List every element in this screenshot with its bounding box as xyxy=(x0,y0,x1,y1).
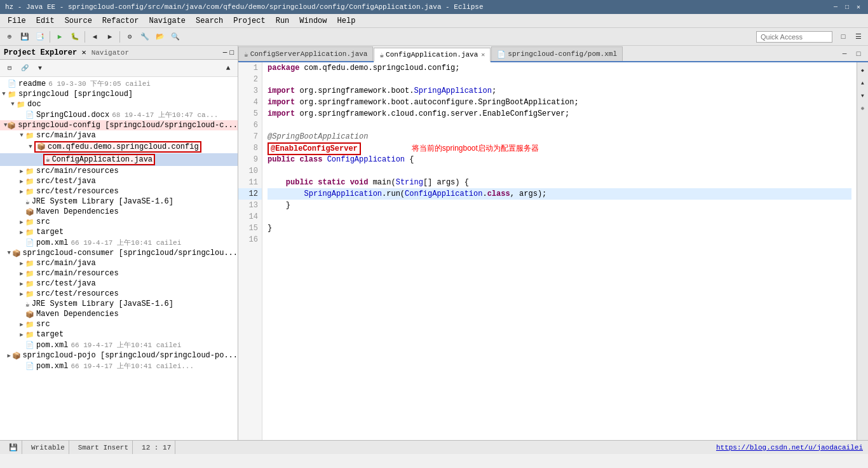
expand-arrow[interactable]: ▶ xyxy=(18,280,25,287)
toolbar-view-1[interactable]: □ xyxy=(836,30,850,44)
menu-source[interactable]: Source xyxy=(60,15,97,27)
expand-arrow[interactable]: ▶ xyxy=(18,219,25,226)
expand-arrow[interactable]: ▼ xyxy=(0,91,8,97)
toolbar-btn-1[interactable]: ⚙ xyxy=(123,30,137,44)
tab-maximize[interactable]: □ xyxy=(851,47,865,61)
menu-run[interactable]: Run xyxy=(271,15,295,27)
prev-button[interactable]: ◀ xyxy=(88,30,102,44)
tree-item-ConfigApplication[interactable]: ☕ConfigApplication.java xyxy=(0,153,238,166)
tree-item-jre-system[interactable]: ☕JRE System Library [JavaSE-1.6] xyxy=(0,196,238,207)
close-button[interactable]: ✕ xyxy=(854,3,863,11)
rt-btn-2[interactable]: ▲ xyxy=(858,78,868,88)
tree-item-src-main-java[interactable]: ▼📁src/main/java xyxy=(0,130,238,141)
expand-arrow[interactable]: ▶ xyxy=(18,260,25,267)
tree-item-label: src/test/java xyxy=(36,177,96,186)
expand-arrow[interactable]: ▶ xyxy=(18,178,25,185)
tree-item-readme[interactable]: 📄readme6 19-3-30 下午9:05 cailei xyxy=(0,78,238,89)
menu-navigate[interactable]: Navigate xyxy=(144,15,191,27)
tab-minimize[interactable]: ─ xyxy=(837,47,851,61)
rt-btn-3[interactable]: ▼ xyxy=(858,90,868,100)
tree-item-springcloud-consumer[interactable]: ▼📦springcloud-consumer [springcloud/spri… xyxy=(0,248,238,258)
expand-arrow[interactable]: ▼ xyxy=(27,144,34,150)
tree-item-src-main-res-2[interactable]: ▶📁src/main/resources xyxy=(0,268,238,279)
tree-item-src-test-java[interactable]: ▶📁src/test/java xyxy=(0,176,238,186)
expand-arrow[interactable]: ▼ xyxy=(6,250,12,256)
run-button[interactable]: ▶ xyxy=(53,30,67,44)
menu-window[interactable]: Window xyxy=(294,15,332,27)
quick-access-input[interactable] xyxy=(756,31,832,43)
tree-item-springcloud-config[interactable]: ▼📦springcloud-config [springcloud/spring… xyxy=(0,120,238,130)
expand-arrow[interactable]: ▶ xyxy=(18,321,25,328)
expand-arrow[interactable]: ▶ xyxy=(18,188,25,195)
save-all-button[interactable]: 📑 xyxy=(33,30,47,44)
tree-item-maven-deps-2[interactable]: 📦Maven Dependencies xyxy=(0,309,238,319)
expand-arrow[interactable]: ▶ xyxy=(6,352,12,359)
tab-pom-xml[interactable]: 📄 springcloud-config/pom.xml xyxy=(491,46,623,61)
toolbar-btn-2[interactable]: 🔧 xyxy=(138,30,152,44)
collapse-all-btn[interactable]: ⊟ xyxy=(3,61,17,75)
tree-item-doc[interactable]: ▼📁doc xyxy=(0,99,238,109)
expand-arrow[interactable]: ▼ xyxy=(18,132,25,139)
debug-button[interactable]: 🐛 xyxy=(68,30,82,44)
tree-item-jre-system-2[interactable]: ☕JRE System Library [JavaSE-1.6] xyxy=(0,299,238,309)
tree-item-src-2[interactable]: ▶📁src xyxy=(0,319,238,329)
tree-item-src-test-resources[interactable]: ▶📁src/test/resources xyxy=(0,186,238,196)
explorer-maximize[interactable]: □ xyxy=(229,49,234,57)
tree-item-springcloud-pojo[interactable]: ▶📦springcloud-pojo [springcloud/springcl… xyxy=(0,350,238,361)
next-button[interactable]: ▶ xyxy=(103,30,117,44)
tree-item-springcloud[interactable]: ▼📁springcloud [springcloud] xyxy=(0,89,238,99)
tree-item-pom-xml-2[interactable]: 📄pom.xml66 19-4-17 上午10:41 cailei xyxy=(0,340,238,350)
explorer-minimize[interactable]: ─ xyxy=(223,49,227,57)
menu-project[interactable]: Project xyxy=(228,15,270,27)
explorer-menu-btn[interactable]: ▼ xyxy=(33,61,47,75)
line-num-3: 3 xyxy=(238,85,262,97)
tree-item-src[interactable]: ▶📁src xyxy=(0,217,238,227)
new-button[interactable]: ⊕ xyxy=(3,30,17,44)
tab-config-server[interactable]: ☕ ConfigServerApplication.java xyxy=(238,46,373,61)
expand-arrow[interactable]: ▶ xyxy=(18,291,25,298)
link-editor-btn[interactable]: 🔗 xyxy=(18,61,32,75)
menu-help[interactable]: Help xyxy=(332,15,361,27)
tree-item-label: Maven Dependencies xyxy=(36,310,119,319)
tree-item-icon: 📦 xyxy=(25,208,34,216)
maximize-button[interactable]: □ xyxy=(843,3,851,11)
menu-edit[interactable]: Edit xyxy=(31,15,60,27)
tree-item-src-test-java-2[interactable]: ▶📁src/test/java xyxy=(0,279,238,289)
code-editor: 12345678910111213141516 package com.qfed… xyxy=(238,62,868,440)
tree-item-target[interactable]: ▶📁target xyxy=(0,227,238,237)
tree-item-meta: 68 19-4-17 上午10:47 ca... xyxy=(112,110,218,120)
expand-arrow[interactable]: ▶ xyxy=(18,331,25,338)
toolbar-view-2[interactable]: ☰ xyxy=(851,30,865,44)
tree-item-target-2[interactable]: ▶📁target xyxy=(0,329,238,340)
expand-arrow[interactable]: ▶ xyxy=(18,229,25,236)
tree-item-icon: 📦 xyxy=(12,352,21,360)
minimize-button[interactable]: ─ xyxy=(831,3,840,11)
tree-item-src-main-java-2[interactable]: ▶📁src/main/java xyxy=(0,258,238,268)
navigator-tab[interactable]: Navigator xyxy=(92,49,129,57)
status-link[interactable]: https://blog.csdn.net/u/jaodacailei xyxy=(716,444,863,451)
expand-arrow[interactable]: ▶ xyxy=(18,270,25,277)
tree-item-com-pkg[interactable]: ▼📦com.qfedu.demo.springcloud.config xyxy=(0,141,238,153)
tree-item-springcloud-docx[interactable]: 📄SpringCloud.docx68 19-4-17 上午10:47 ca..… xyxy=(0,109,238,120)
code-content[interactable]: package com.qfedu.demo.springcloud.confi… xyxy=(262,62,857,440)
menu-refactor[interactable]: Refactor xyxy=(97,15,144,27)
tree-item-src-main-resources[interactable]: ▶📁src/main/resources xyxy=(0,166,238,176)
tree-item-maven-deps[interactable]: 📦Maven Dependencies xyxy=(0,207,238,217)
annotation-box: @EnableConfigServer xyxy=(268,142,361,155)
tab-close-2[interactable]: ✕ xyxy=(481,51,485,59)
menu-search[interactable]: Search xyxy=(191,15,228,27)
tree-item-src-test-res-2[interactable]: ▶📁src/test/resources xyxy=(0,289,238,299)
toolbar-separator-3 xyxy=(119,31,120,43)
save-button[interactable]: 💾 xyxy=(18,30,32,44)
rt-btn-4[interactable]: ⊕ xyxy=(858,103,868,113)
toolbar-btn-4[interactable]: 🔍 xyxy=(168,30,182,44)
tree-item-pom-xml[interactable]: 📄pom.xml66 19-4-17 上午10:41 cailei xyxy=(0,237,238,248)
rt-btn-1[interactable]: ◆ xyxy=(858,65,868,75)
tree-item-pom-xml-3[interactable]: 📄pom.xml66 19-4-17 上午10:41 cailei... xyxy=(0,361,238,371)
menu-file[interactable]: File xyxy=(3,15,31,27)
scroll-up-btn[interactable]: ▲ xyxy=(221,61,235,75)
tab-config-app[interactable]: ☕ ConfigApplication.java ✕ xyxy=(374,48,491,62)
expand-arrow[interactable]: ▶ xyxy=(18,168,25,175)
expand-arrow[interactable]: ▼ xyxy=(9,101,17,107)
toolbar-btn-3[interactable]: 📂 xyxy=(153,30,167,44)
